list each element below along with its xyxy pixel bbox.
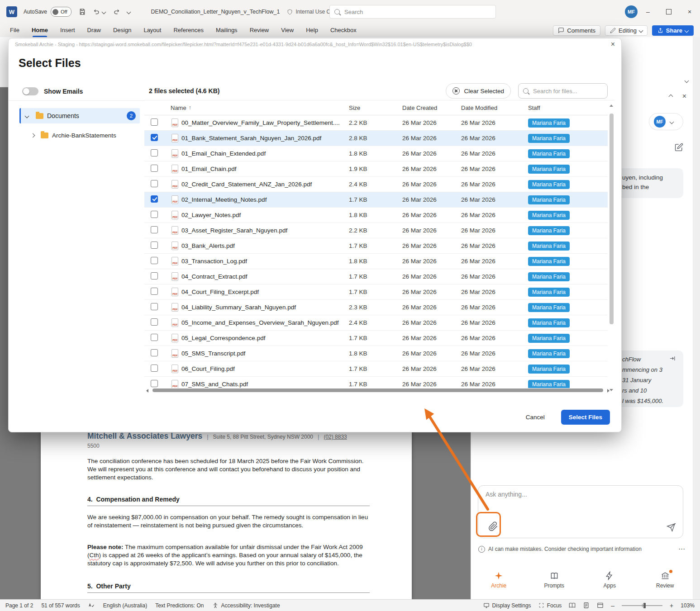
file-checkbox[interactable] — [151, 165, 158, 172]
ribbon-tab-mailings[interactable]: Mailings — [216, 24, 238, 37]
vertical-scrollbar[interactable] — [609, 102, 614, 394]
scroll-right-icon[interactable] — [607, 389, 610, 393]
display-settings-button[interactable]: Display Settings — [483, 602, 531, 609]
table-row[interactable]: PDF04_Court_Filing_Excerpt.pdf1.7 KB26 M… — [144, 284, 608, 300]
scroll-down-icon[interactable] — [610, 389, 613, 391]
file-checkbox[interactable] — [151, 226, 158, 233]
zoom-slider-thumb[interactable] — [643, 603, 646, 608]
zoom-slider[interactable] — [622, 605, 662, 606]
folder-item-archie-bankstatements[interactable]: Archie-BankStatements — [27, 128, 144, 142]
table-row[interactable]: PDF01_Bank_Statement_Sarah_Nguyen_Jan_20… — [144, 131, 608, 146]
file-search-input[interactable] — [532, 87, 603, 95]
quick-access-more-icon[interactable] — [127, 10, 130, 14]
web-layout-button[interactable] — [597, 602, 604, 609]
file-checkbox[interactable] — [151, 334, 158, 341]
table-row[interactable]: PDF07_SMS_and_Chats.pdf1.7 KB26 Mar 2026… — [144, 377, 608, 388]
panel-close-icon[interactable]: × — [682, 93, 686, 100]
ribbon-tab-draw[interactable]: Draw — [87, 24, 101, 37]
table-row[interactable]: PDF05_Income_and_Expenses_Overview_Sarah… — [144, 315, 608, 331]
save-icon[interactable] — [79, 8, 86, 15]
zoom-out-button[interactable]: – — [611, 602, 614, 609]
horizontal-scrollbar[interactable] — [146, 388, 610, 393]
user-avatar[interactable]: MF — [625, 5, 638, 18]
language-indicator[interactable]: English (Australia) — [103, 602, 147, 609]
table-row[interactable]: PDF01_Email_Chain.pdf1.9 KB26 Mar 202626… — [144, 161, 608, 177]
ribbon-tab-home[interactable]: Home — [32, 24, 48, 37]
autosave-toggle[interactable]: Off — [51, 7, 71, 17]
file-checkbox[interactable] — [151, 288, 158, 295]
table-row[interactable]: PDF02_Credit_Card_Statement_ANZ_Jan_2026… — [144, 177, 608, 192]
vertical-scroll-thumb[interactable] — [610, 114, 614, 324]
send-icon[interactable] — [667, 523, 676, 532]
nav-tab-prompts[interactable]: Prompts — [527, 562, 582, 597]
search-input[interactable] — [343, 8, 491, 16]
file-checkbox[interactable] — [151, 272, 158, 279]
file-checkbox[interactable] — [151, 195, 158, 203]
clear-selected-button[interactable]: Clear Selected — [446, 83, 511, 99]
file-search-box[interactable] — [518, 83, 608, 99]
new-chat-icon[interactable] — [675, 143, 683, 152]
file-checkbox[interactable] — [151, 149, 158, 156]
comments-button[interactable]: Comments — [553, 25, 600, 36]
show-emails-toggle[interactable] — [22, 87, 38, 95]
word-count[interactable]: 51 of 557 words — [41, 602, 80, 609]
chevron-right-icon[interactable] — [31, 133, 35, 137]
table-row[interactable]: PDF02_Internal_Meeting_Notes.pdf1.7 KB26… — [144, 192, 608, 208]
folder-item-documents[interactable]: Documents 2 — [19, 108, 140, 123]
nav-tab-archie[interactable]: Archie — [471, 562, 527, 597]
share-button[interactable]: Share — [652, 25, 694, 36]
search-box[interactable] — [329, 5, 496, 19]
dialog-close-icon[interactable]: × — [611, 41, 615, 48]
file-checkbox[interactable] — [151, 134, 158, 141]
focus-button[interactable]: Focus — [538, 602, 562, 609]
table-row[interactable]: PDF00_Matter_Overview_Family_Law_Propert… — [144, 115, 608, 131]
table-row[interactable]: PDF06_Court_Filing.pdf1.7 KB26 Mar 20262… — [144, 361, 608, 377]
column-size[interactable]: Size — [349, 104, 402, 111]
column-date-created[interactable]: Date Created — [402, 104, 461, 111]
profile-pill[interactable]: MF — [649, 113, 683, 130]
read-mode-button[interactable] — [569, 602, 576, 609]
file-checkbox[interactable] — [151, 257, 158, 264]
undo-icon[interactable] — [93, 8, 105, 15]
select-files-button[interactable]: Select Files — [561, 410, 610, 425]
column-staff[interactable]: Staff — [528, 104, 608, 111]
ribbon-tab-layout[interactable]: Layout — [143, 24, 161, 37]
ribbon-tab-view[interactable]: View — [281, 24, 294, 37]
close-window-button[interactable]: × — [679, 0, 700, 24]
horizontal-scroll-thumb[interactable] — [152, 388, 603, 392]
ribbon-tab-references[interactable]: References — [173, 24, 203, 37]
nav-tab-review[interactable]: Review — [638, 562, 693, 597]
page-indicator[interactable]: Page 1 of 2 — [5, 602, 33, 609]
table-row[interactable]: PDF02_Lawyer_Notes.pdf1.8 KB26 Mar 20262… — [144, 208, 608, 223]
table-row[interactable]: PDF04_Liability_Summary_Sarah_Nguyen.pdf… — [144, 300, 608, 315]
chevron-down-icon[interactable] — [25, 114, 29, 118]
redo-icon[interactable] — [113, 8, 120, 15]
cancel-button[interactable]: Cancel — [526, 414, 545, 421]
chat-input-box[interactable] — [478, 485, 683, 538]
ribbon-tab-help[interactable]: Help — [306, 24, 318, 37]
file-checkbox[interactable] — [151, 211, 158, 218]
chat-input[interactable] — [485, 490, 678, 498]
print-layout-button[interactable] — [583, 602, 590, 609]
table-row[interactable]: PDF04_Contract_Extract.pdf1.7 KB26 Mar 2… — [144, 269, 608, 284]
panel-collapse-icon[interactable] — [668, 94, 673, 99]
ribbon-tab-file[interactable]: File — [10, 24, 19, 37]
table-row[interactable]: PDF03_Transaction_Log.pdf1.8 KB26 Mar 20… — [144, 254, 608, 269]
table-row[interactable]: PDF01_Email_Chain_Extended.pdf1.8 KB26 M… — [144, 146, 608, 161]
scroll-up-icon[interactable] — [610, 104, 613, 107]
go-to-source-icon[interactable] — [669, 355, 676, 362]
column-date-modified[interactable]: Date Modified — [461, 104, 528, 111]
ribbon-tab-checkbox[interactable]: Checkbox — [330, 24, 357, 37]
table-row[interactable]: PDF05_SMS_Transcript.pdf1.8 KB26 Mar 202… — [144, 346, 608, 361]
file-checkbox[interactable] — [151, 303, 158, 310]
column-name[interactable]: Name ↑ — [165, 104, 349, 111]
ribbon-tab-insert[interactable]: Insert — [60, 24, 75, 37]
ribbon-tab-design[interactable]: Design — [113, 24, 131, 37]
table-row[interactable]: PDF05_Legal_Correspondence.pdf1.7 KB26 M… — [144, 331, 608, 346]
table-row[interactable]: PDF03_Asset_Register_Sarah_Nguyen.pdf2.2… — [144, 223, 608, 238]
file-checkbox[interactable] — [151, 118, 158, 126]
proofing-icon[interactable] — [88, 602, 95, 609]
scroll-left-icon[interactable] — [146, 389, 148, 393]
collapse-ribbon-icon[interactable] — [685, 79, 689, 83]
text-predictions[interactable]: Text Predictions: On — [155, 602, 204, 609]
